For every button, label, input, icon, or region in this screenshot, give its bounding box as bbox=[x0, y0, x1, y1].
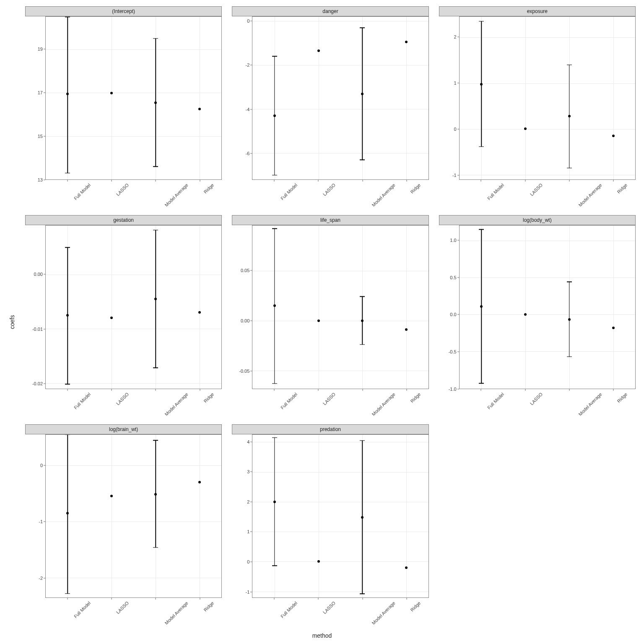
data-point bbox=[480, 83, 483, 86]
x-tick-label: LASSO bbox=[529, 182, 543, 197]
x-tick-label: Ridge bbox=[616, 392, 628, 404]
y-axis: -1.0-0.50.00.51.0 bbox=[439, 225, 459, 389]
x-tick-label: Full Model bbox=[280, 600, 298, 619]
data-point bbox=[66, 512, 69, 514]
data-point bbox=[361, 516, 364, 519]
data-point bbox=[198, 311, 201, 314]
plot-panel bbox=[252, 434, 428, 598]
data-point bbox=[198, 108, 201, 110]
facet-panel: exposure-1012Full ModelLASSOModel Averag… bbox=[439, 6, 636, 209]
x-tick-label: Full Model bbox=[280, 392, 298, 410]
facet-strip-title: (Intercept) bbox=[25, 6, 222, 16]
x-tick-label: Ridge bbox=[203, 182, 215, 195]
x-tick-label: Full Model bbox=[486, 392, 505, 410]
facet-strip-title: life_span bbox=[232, 215, 428, 225]
facet-strip-title: gestation bbox=[25, 215, 222, 225]
facet-panel: gestation-0.02-0.010.00Full ModelLASSOMo… bbox=[25, 215, 222, 418]
x-tick-label: Full Model bbox=[73, 182, 91, 201]
data-point bbox=[110, 92, 113, 94]
x-axis: Full ModelLASSOModel AverageRidge bbox=[252, 389, 428, 418]
y-axis: -0.02-0.010.00 bbox=[25, 225, 45, 389]
x-tick-label: LASSO bbox=[115, 182, 130, 197]
facet-strip-title: log(body_wt) bbox=[439, 215, 636, 225]
x-tick-label: Model Average bbox=[164, 392, 189, 417]
data-point bbox=[568, 115, 571, 117]
data-point bbox=[612, 327, 615, 329]
plot-panel bbox=[252, 16, 428, 180]
data-point bbox=[361, 319, 364, 322]
plot-panel bbox=[45, 434, 222, 598]
y-axis: -0.050.000.05 bbox=[232, 225, 252, 389]
x-axis: Full ModelLASSOModel AverageRidge bbox=[459, 389, 636, 418]
x-tick-label: Ridge bbox=[409, 392, 421, 404]
data-point bbox=[405, 566, 408, 569]
facet-strip-title: log(brain_wt) bbox=[25, 424, 222, 434]
facet-panel: danger-6-4-20Full ModelLASSOModel Averag… bbox=[232, 6, 428, 209]
data-point bbox=[66, 314, 69, 317]
data-point bbox=[154, 101, 157, 104]
x-axis: Full ModelLASSOModel AverageRidge bbox=[252, 598, 428, 627]
x-axis-label: method bbox=[312, 632, 332, 639]
x-axis: Full ModelLASSOModel AverageRidge bbox=[45, 389, 222, 418]
facet-grid: (Intercept)13151719Full ModelLASSOModel … bbox=[25, 6, 636, 627]
x-tick-label: Model Average bbox=[371, 392, 396, 417]
data-point bbox=[317, 560, 320, 563]
data-point bbox=[317, 319, 320, 322]
plot-panel bbox=[45, 16, 222, 180]
facet-strip-title: exposure bbox=[439, 6, 636, 16]
x-tick-label: LASSO bbox=[322, 600, 336, 615]
x-axis: Full ModelLASSOModel AverageRidge bbox=[252, 180, 428, 209]
plot-panel bbox=[459, 16, 636, 180]
x-tick-label: Full Model bbox=[73, 392, 91, 410]
x-tick-label: LASSO bbox=[529, 392, 543, 406]
x-tick-label: Model Average bbox=[577, 392, 602, 417]
x-tick-label: Model Average bbox=[371, 600, 396, 626]
plot-panel bbox=[252, 225, 428, 389]
x-axis: Full ModelLASSOModel AverageRidge bbox=[459, 180, 636, 209]
x-tick-label: Model Average bbox=[164, 182, 189, 208]
data-point bbox=[273, 304, 276, 307]
y-axis: -6-4-20 bbox=[232, 16, 252, 180]
y-axis: -1012 bbox=[439, 16, 459, 180]
facet-panel: log(brain_wt)-2-10Full ModelLASSOModel A… bbox=[25, 424, 222, 627]
facet-strip-title: danger bbox=[232, 6, 428, 16]
x-tick-label: Model Average bbox=[577, 182, 602, 208]
data-point bbox=[405, 41, 408, 43]
x-axis: Full ModelLASSOModel AverageRidge bbox=[45, 598, 222, 627]
data-point bbox=[612, 135, 615, 137]
x-tick-label: Full Model bbox=[73, 600, 91, 619]
data-point bbox=[110, 495, 113, 497]
data-point bbox=[198, 481, 201, 483]
plot-panel bbox=[45, 225, 222, 389]
x-tick-label: Full Model bbox=[280, 182, 298, 201]
x-tick-label: Ridge bbox=[409, 182, 421, 195]
x-tick-label: Ridge bbox=[203, 392, 215, 404]
faceted-coef-plot: coefs method (Intercept)13151719Full Mod… bbox=[4, 4, 640, 640]
x-tick-label: Full Model bbox=[486, 182, 505, 201]
data-point bbox=[110, 317, 113, 319]
x-tick-label: LASSO bbox=[115, 600, 130, 615]
data-point bbox=[480, 305, 483, 308]
data-point bbox=[568, 318, 571, 321]
facet-panel: (Intercept)13151719Full ModelLASSOModel … bbox=[25, 6, 222, 209]
facet-strip-title: predation bbox=[232, 424, 428, 434]
data-point bbox=[154, 493, 157, 496]
data-point bbox=[361, 93, 364, 95]
data-point bbox=[154, 298, 157, 300]
data-point bbox=[273, 114, 276, 117]
x-tick-label: LASSO bbox=[322, 392, 336, 406]
y-axis: 13151719 bbox=[25, 16, 45, 180]
x-tick-label: Ridge bbox=[203, 600, 215, 613]
data-point bbox=[66, 93, 69, 95]
facet-panel: predation-101234Full ModelLASSOModel Ave… bbox=[232, 424, 428, 627]
facet-panel: log(body_wt)-1.0-0.50.00.51.0Full ModelL… bbox=[439, 215, 636, 418]
data-point bbox=[405, 328, 408, 331]
plot-panel bbox=[459, 225, 636, 389]
x-axis: Full ModelLASSOModel AverageRidge bbox=[45, 180, 222, 209]
x-tick-label: Model Average bbox=[164, 600, 189, 626]
data-point bbox=[317, 49, 320, 52]
facet-panel: life_span-0.050.000.05Full ModelLASSOMod… bbox=[232, 215, 428, 418]
data-point bbox=[524, 127, 527, 130]
x-tick-label: LASSO bbox=[322, 182, 336, 197]
data-point bbox=[273, 501, 276, 503]
